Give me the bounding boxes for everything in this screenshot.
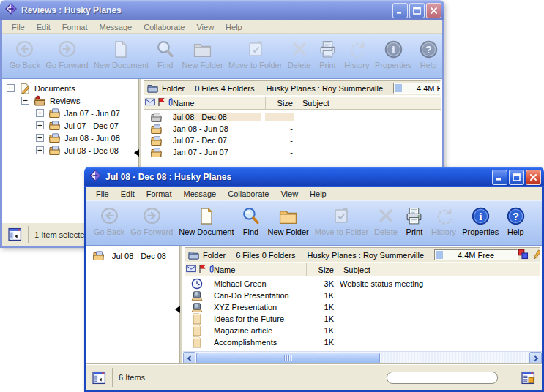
list-item-accomplishments[interactable]: Accomplishments1K	[185, 336, 540, 348]
sidebar-item-jul08-dec08[interactable]: Jul 08 - Dec 08	[86, 246, 179, 261]
list-item-jul-07-dec-07[interactable]: Jul 07 - Dec 07-	[144, 135, 441, 146]
toolbar-new-document-button[interactable]: New Document	[91, 37, 151, 70]
toolbar-new-folder-button[interactable]: New Folder	[264, 204, 311, 237]
scrollbar-track[interactable]	[195, 352, 529, 364]
menu-view[interactable]: View	[275, 189, 303, 199]
splitter-collapse-icon[interactable]	[175, 306, 180, 313]
pane-splitter[interactable]	[179, 246, 183, 364]
list-item-xyz-presentation[interactable]: XYZ Presentation1K	[185, 301, 540, 313]
folder-icon	[147, 83, 158, 93]
title-bar[interactable]: Reviews : Husky Planes	[0, 0, 444, 20]
list-item-magazine-article[interactable]: Magazine article1K	[185, 325, 540, 336]
toolbar-go-back-button[interactable]: Go Back	[7, 37, 43, 70]
expand-icon[interactable]	[36, 134, 44, 142]
menu-view[interactable]: View	[191, 22, 219, 32]
menu-format[interactable]: Format	[141, 189, 177, 199]
close-button[interactable]	[526, 170, 541, 185]
tree-item-documents[interactable]: Documents	[2, 82, 138, 94]
menu-format[interactable]: Format	[57, 22, 93, 32]
expand-icon[interactable]	[36, 146, 44, 154]
menu-edit[interactable]: Edit	[31, 22, 56, 32]
help-icon: ?	[419, 38, 439, 60]
toolbar-properties-button[interactable]: iProperties	[459, 204, 502, 237]
maximize-button[interactable]	[509, 170, 524, 185]
pane-toggle-icon[interactable]	[92, 371, 106, 385]
go-back-icon	[15, 38, 34, 60]
toolbar-find-button[interactable]: Find	[152, 37, 179, 70]
folder-icon	[48, 145, 61, 156]
column-header-size[interactable]: Size	[306, 263, 335, 276]
view-options-icon[interactable]	[521, 371, 535, 385]
toolbar-go-back-button[interactable]: Go Back	[91, 204, 127, 237]
edit-pencil-icon[interactable]	[533, 249, 540, 261]
flag-column-icon[interactable]	[157, 97, 165, 108]
toolbar-new-document-button[interactable]: New Document	[176, 204, 236, 237]
list-item-michael-green[interactable]: Michael Green3KWebsite status meeting	[185, 278, 540, 290]
column-header-size[interactable]: Size	[265, 97, 294, 109]
expand-icon[interactable]	[36, 109, 44, 117]
move-to-folder-icon	[332, 205, 351, 227]
toolbar-help-button[interactable]: ?Help	[502, 204, 529, 237]
list-item-jan-08-jun-08[interactable]: Jan 08 - Jun 08-	[144, 123, 441, 135]
minimize-button[interactable]	[492, 170, 507, 185]
tree-item-jul-07-dec-07[interactable]: Jul 07 - Dec 07	[2, 119, 138, 132]
menu-collaborate[interactable]: Collaborate	[223, 189, 274, 199]
toolbar-properties-button[interactable]: iProperties	[372, 37, 414, 70]
minimize-button[interactable]	[392, 3, 408, 18]
collapse-icon[interactable]	[7, 84, 15, 92]
scroll-left-button[interactable]	[183, 352, 195, 364]
scroll-right-button[interactable]	[529, 352, 542, 364]
collapse-icon[interactable]	[21, 97, 29, 105]
maximize-button[interactable]	[409, 3, 425, 18]
envelope-column-icon[interactable]	[186, 265, 196, 274]
item-size: -	[265, 148, 294, 157]
column-header-name[interactable]: Name	[214, 265, 302, 274]
menu-message[interactable]: Message	[94, 22, 138, 32]
list-item-can-do-presentation[interactable]: Can-Do Presentation1K	[185, 290, 540, 301]
column-header-subject[interactable]: Subject	[299, 97, 441, 109]
toolbar-go-forward-button[interactable]: Go Forward	[127, 204, 176, 237]
menu-edit[interactable]: Edit	[116, 189, 140, 199]
list-item-jan-07-jun-07[interactable]: Jan 07 - Jun 07-	[144, 146, 441, 158]
tree-item-jan-08-jun-08[interactable]: Jan 08 - Jun 08	[2, 132, 138, 144]
column-header-name[interactable]: Name	[173, 99, 261, 108]
splitter-collapse-icon[interactable]	[134, 149, 139, 157]
menu-file[interactable]: File	[7, 22, 30, 32]
menu-help[interactable]: Help	[220, 22, 247, 32]
column-header-subject[interactable]: Subject	[340, 263, 540, 276]
list-item-ideas-for-the-future[interactable]: Ideas for the Future1K	[185, 313, 540, 325]
toolbar-print-button[interactable]: Print	[313, 37, 341, 70]
toolbar-history-button[interactable]: History	[341, 37, 372, 70]
envelope-column-icon[interactable]	[145, 98, 155, 108]
view-layers-icon[interactable]	[518, 249, 529, 261]
tree-item-reviews[interactable]: Reviews	[2, 94, 138, 107]
toolbar-history-button[interactable]: History	[428, 204, 459, 237]
title-bar[interactable]: Jul 08 - Dec 08 : Husky Planes	[84, 167, 544, 187]
toolbar-delete-button[interactable]: Delete	[285, 37, 313, 70]
new-folder-icon	[193, 38, 212, 60]
scrollbar-thumb[interactable]	[196, 353, 380, 363]
list-item-jul-08-dec-08[interactable]: Jul 08 - Dec 08-	[144, 111, 441, 123]
toolbar-move-to-folder-button[interactable]: Move to Folder	[226, 37, 285, 70]
item-size: 3K	[306, 279, 335, 288]
horizontal-scrollbar[interactable]	[183, 351, 542, 364]
toolbar-delete-button[interactable]: Delete	[371, 204, 400, 237]
menu-message[interactable]: Message	[179, 189, 222, 199]
menu-help[interactable]: Help	[305, 189, 332, 199]
flag-column-icon[interactable]	[198, 264, 206, 275]
menu-file[interactable]: File	[91, 189, 114, 199]
toolbar-move-to-folder-button[interactable]: Move to Folder	[312, 204, 371, 237]
toolbar-print-button[interactable]: Print	[400, 204, 428, 237]
tree-item-jan-07-jun-07[interactable]: Jan 07 - Jun 07	[2, 107, 138, 119]
toolbar-new-folder-button[interactable]: New Folder	[179, 37, 226, 70]
folder-counts: 0 Files 4 Folders	[195, 84, 254, 93]
menu-collaborate[interactable]: Collaborate	[138, 22, 190, 32]
toolbar-help-button[interactable]: ?Help	[414, 37, 442, 70]
folder-tree: DocumentsReviewsJan 07 - Jun 07Jul 07 - …	[2, 79, 138, 157]
toolbar-find-button[interactable]: Find	[236, 204, 264, 237]
pane-toggle-icon[interactable]	[8, 227, 22, 241]
tree-item-jul-08-dec-08[interactable]: Jul 08 - Dec 08	[2, 144, 138, 157]
close-button[interactable]	[426, 3, 441, 18]
toolbar-go-forward-button[interactable]: Go Forward	[43, 37, 91, 70]
expand-icon[interactable]	[36, 121, 44, 129]
